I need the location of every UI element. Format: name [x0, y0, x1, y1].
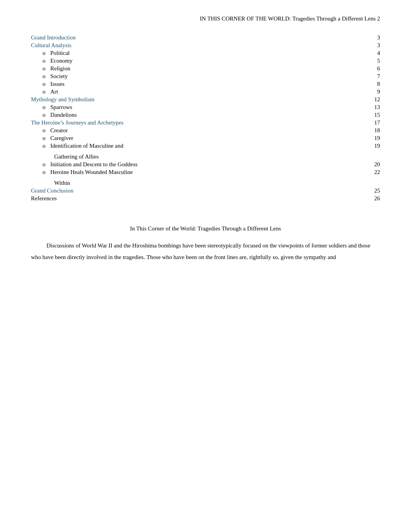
- toc-label: Grand Conclusion: [31, 188, 74, 194]
- toc-row: oSparrows13: [31, 103, 380, 111]
- toc-bullet: o: [43, 50, 50, 56]
- toc-label-indent1: oSparrows: [31, 104, 72, 110]
- toc-page-number: 22: [362, 168, 380, 176]
- toc-page-number: 4: [362, 49, 380, 57]
- toc-page-number: 7: [362, 72, 380, 80]
- toc-page-number: 19: [362, 142, 380, 150]
- header-text: IN THIS CORNER OF THE WORLD: Tragedies T…: [200, 15, 380, 22]
- toc-row: oHeroine Heals Wounded Masculine22: [31, 168, 380, 176]
- toc-bullet: o: [43, 112, 50, 118]
- toc-label: Mythology and Symbolism: [31, 96, 94, 102]
- toc-row: oPolitical4: [31, 49, 380, 57]
- toc-bullet: o: [43, 81, 50, 87]
- toc-label: Grand Introduction: [31, 34, 75, 41]
- page-header: IN THIS CORNER OF THE WORLD: Tragedies T…: [31, 15, 380, 22]
- toc-row: oSociety7: [31, 72, 380, 80]
- toc-label-indent1: oArt: [31, 89, 58, 95]
- toc-page-number: 3: [362, 41, 380, 49]
- toc-row: The Heroine’s Journeys and Archetypes17: [31, 119, 380, 126]
- toc-row: oEconomy5: [31, 57, 380, 65]
- body-paragraph: Discussions of World War II and the Hiro…: [31, 240, 380, 263]
- toc-page-number: 6: [362, 65, 380, 72]
- toc-row: oInitiation and Descent to the Goddess20: [31, 160, 380, 168]
- toc-page-number: 9: [362, 88, 380, 95]
- body-title: In This Corner of the World: Tragedies T…: [31, 225, 380, 232]
- page: IN THIS CORNER OF THE WORLD: Tragedies T…: [0, 0, 411, 532]
- toc-label-indent1: oSociety: [31, 73, 68, 79]
- toc-bullet: o: [43, 73, 50, 80]
- toc-row: oIdentification of Masculine and19: [31, 142, 380, 150]
- toc-label-indent2: Within: [31, 180, 70, 186]
- toc-label-indent1: oHeroine Heals Wounded Masculine: [31, 169, 133, 175]
- toc-row: oArt9: [31, 88, 380, 95]
- toc-bullet: o: [43, 169, 50, 176]
- toc-page-number: 18: [362, 126, 380, 134]
- toc-bullet: o: [43, 65, 50, 72]
- body-section: In This Corner of the World: Tragedies T…: [31, 225, 380, 263]
- toc-row: Mythology and Symbolism12: [31, 95, 380, 103]
- toc-page-number: 15: [362, 111, 380, 119]
- toc-label: References: [31, 195, 57, 201]
- toc-label-indent1: oPolitical: [31, 50, 70, 56]
- toc-bullet: o: [43, 161, 50, 168]
- toc-label-indent1: oInitiation and Descent to the Goddess: [31, 161, 137, 167]
- toc-page-number: 25: [362, 187, 380, 194]
- toc-bullet: o: [43, 58, 50, 64]
- toc-bullet: o: [43, 127, 50, 134]
- toc-page-number: 3: [362, 34, 380, 41]
- toc-page-number: 19: [362, 134, 380, 142]
- toc-table: Grand Introduction3Cultural Analysis3oPo…: [31, 34, 380, 202]
- toc-spacer: [31, 150, 380, 153]
- toc-label-indent1: oEconomy: [31, 58, 73, 64]
- toc-label-indent1: oDandelions: [31, 112, 77, 118]
- toc-label-indent1: oIssues: [31, 81, 65, 87]
- toc-page-number: 8: [362, 80, 380, 88]
- toc-spacer: [31, 176, 380, 179]
- toc-section: Grand Introduction3Cultural Analysis3oPo…: [31, 34, 380, 202]
- toc-row: oCaregiver19: [31, 134, 380, 142]
- toc-row: oIssues8: [31, 80, 380, 88]
- toc-row: Cultural Analysis3: [31, 41, 380, 49]
- toc-bullet: o: [43, 89, 50, 95]
- toc-bullet: o: [43, 143, 50, 149]
- toc-row: oCreator18: [31, 126, 380, 134]
- toc-bullet: o: [43, 104, 50, 111]
- toc-label-indent1: oReligion: [31, 65, 70, 72]
- toc-page-number: [362, 179, 380, 187]
- toc-row: Grand Conclusion25: [31, 187, 380, 194]
- toc-page-number: 13: [362, 103, 380, 111]
- toc-label-indent1: oCaregiver: [31, 135, 73, 141]
- toc-label-indent2: Gathering of Allies: [31, 153, 99, 160]
- toc-label-indent1: oCreator: [31, 127, 68, 133]
- toc-page-number: 5: [362, 57, 380, 65]
- toc-page-number: 17: [362, 119, 380, 126]
- toc-bullet: o: [43, 135, 50, 142]
- toc-label-indent1: oIdentification of Masculine and: [31, 143, 123, 149]
- toc-label: Cultural Analysis: [31, 42, 72, 48]
- toc-page-number: 12: [362, 95, 380, 103]
- toc-row: Grand Introduction3: [31, 34, 380, 41]
- toc-label: The Heroine’s Journeys and Archetypes: [31, 119, 123, 126]
- toc-row: oReligion6: [31, 65, 380, 72]
- toc-page-number: 26: [362, 194, 380, 202]
- toc-row: References26: [31, 194, 380, 202]
- toc-row: Within: [31, 179, 380, 187]
- toc-row: oDandelions15: [31, 111, 380, 119]
- body-paragraphs: Discussions of World War II and the Hiro…: [31, 240, 380, 263]
- toc-page-number: 20: [362, 160, 380, 168]
- toc-page-number: [362, 153, 380, 160]
- toc-row: Gathering of Allies: [31, 153, 380, 160]
